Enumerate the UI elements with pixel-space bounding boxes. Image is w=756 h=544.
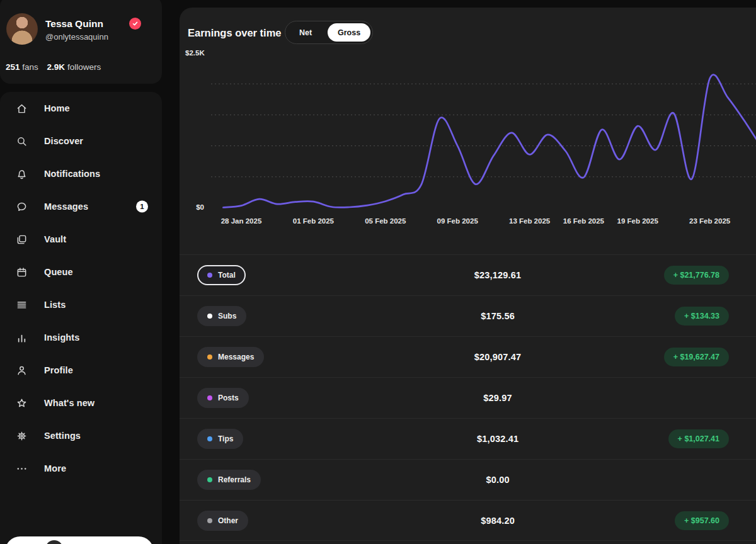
y-axis-max-label: $2.5K <box>185 49 205 57</box>
series-dot-icon <box>207 477 212 482</box>
profile-name: Tessa Quinn <box>45 18 103 30</box>
nav-list: Home Discover Notifications Messages 1 V… <box>0 92 162 485</box>
sidebar-item-queue[interactable]: Queue <box>0 256 162 288</box>
x-tick-label: 05 Feb 2025 <box>365 217 406 225</box>
series-pill[interactable]: Other <box>197 511 248 531</box>
x-tick-label: 13 Feb 2025 <box>509 217 550 225</box>
earnings-delta-badge: + $957.60 <box>675 511 729 530</box>
earnings-panel: Earnings over time Net Gross $2.5K $0 28… <box>180 8 756 544</box>
earnings-value: $20,907.47 <box>474 352 522 362</box>
earnings-value: $1,032.41 <box>477 434 518 444</box>
sidebar-item-notifications[interactable]: Notifications <box>0 157 162 190</box>
earnings-row-other: Other $984.20 + $957.60 <box>180 500 756 541</box>
fans-label: fans <box>22 62 38 72</box>
x-tick-label: 16 Feb 2025 <box>563 217 604 225</box>
followers-label: followers <box>67 62 101 72</box>
x-tick-label: 19 Feb 2025 <box>617 217 658 225</box>
series-dot-icon <box>207 273 212 278</box>
earnings-value: $0.00 <box>486 475 509 485</box>
sidebar-item-home[interactable]: Home <box>0 92 162 125</box>
earnings-row-total: Total $23,129.61 + $21,776.78 <box>180 254 756 295</box>
earnings-value: $175.56 <box>481 311 515 321</box>
unread-count-badge: 1 <box>136 201 148 213</box>
net-gross-toggle: Net Gross <box>285 21 373 44</box>
profile-card[interactable]: Tessa Quinn @onlytessaquinn 251 fans 2.9… <box>0 0 162 84</box>
earnings-row-tips: Tips $1,032.41 + $1,027.41 <box>180 418 756 459</box>
gridlines <box>211 84 756 177</box>
x-tick-label: 09 Feb 2025 <box>437 217 478 225</box>
earnings-row-subs: Subs $175.56 + $134.33 <box>180 295 756 336</box>
sidebar-item-label: Vault <box>44 234 66 244</box>
app: Tessa Quinn @onlytessaquinn 251 fans 2.9… <box>0 0 756 544</box>
series-label: Total <box>218 271 236 280</box>
more-icon <box>15 462 28 475</box>
vault-icon <box>15 233 28 246</box>
chart-canvas <box>180 60 756 225</box>
sidebar: Tessa Quinn @onlytessaquinn 251 fans 2.9… <box>0 0 163 544</box>
earnings-delta-badge: + $1,027.41 <box>668 429 729 448</box>
series-label: Subs <box>218 312 236 320</box>
series-label: Other <box>218 516 238 525</box>
fans-count: 251 <box>6 62 20 72</box>
gear-icon <box>15 429 28 443</box>
earnings-delta-badge: + $21,776.78 <box>664 266 729 285</box>
chart-title: Earnings over time <box>188 27 282 39</box>
earnings-value: $984.20 <box>481 516 515 526</box>
toggle-gross-button[interactable]: Gross <box>328 23 370 42</box>
series-pill[interactable]: Referrals <box>197 470 261 490</box>
x-tick-label: 01 Feb 2025 <box>293 217 334 225</box>
sidebar-item-label: Profile <box>44 365 73 375</box>
sidebar-item-settings[interactable]: Settings <box>0 419 162 452</box>
verified-badge-icon <box>129 18 141 30</box>
earnings-value: $23,129.61 <box>474 270 522 280</box>
series-label: Messages <box>218 353 254 361</box>
queue-icon <box>15 266 28 279</box>
series-label: Posts <box>218 394 239 402</box>
insights-icon <box>15 331 28 344</box>
sidebar-item-label: Queue <box>44 267 73 277</box>
sidebar-item-label: Insights <box>44 332 79 343</box>
x-tick-label: 23 Feb 2025 <box>689 217 730 225</box>
sidebar-item-label: Home <box>44 103 70 113</box>
profile-stats: 251 fans 2.9K followers <box>6 62 101 72</box>
series-pill[interactable]: Tips <box>197 429 243 449</box>
bell-icon <box>15 167 28 181</box>
earnings-row-referrals: Referrals $0.00 <box>180 459 756 500</box>
earnings-row-messages: Messages $20,907.47 + $19,627.47 <box>180 336 756 377</box>
series-pill[interactable]: Total <box>197 265 246 285</box>
series-pill[interactable]: Messages <box>197 347 264 367</box>
x-tick-label: 28 Jan 2025 <box>221 217 262 225</box>
sidebar-item-messages[interactable]: Messages 1 <box>0 190 162 223</box>
sidebar-item-insights[interactable]: Insights <box>0 321 162 354</box>
series-dot-icon <box>207 436 212 441</box>
sidebar-item-lists[interactable]: Lists <box>0 288 162 321</box>
sidebar-item-label: Settings <box>44 431 81 441</box>
avatar[interactable] <box>6 13 38 45</box>
sidebar-item-vault[interactable]: Vault <box>0 223 162 256</box>
sidebar-item-label: What's new <box>44 398 94 408</box>
series-pill[interactable]: Posts <box>197 388 249 408</box>
sidebar-item-discover[interactable]: Discover <box>0 125 162 157</box>
home-icon <box>15 102 28 115</box>
sidebar-item-more[interactable]: More <box>0 452 162 485</box>
profile-handle: @onlytessaquinn <box>45 32 108 42</box>
series-label: Tips <box>218 434 233 443</box>
sidebar-item-label: Lists <box>44 300 66 310</box>
series-dot-icon <box>207 314 212 319</box>
profile-icon <box>15 364 28 377</box>
toggle-net-button[interactable]: Net <box>285 21 326 43</box>
series-dot-icon <box>207 518 212 523</box>
star-icon <box>15 397 28 410</box>
sidebar-item-profile[interactable]: Profile <box>0 354 162 387</box>
sidebar-item-label: Messages <box>44 201 88 212</box>
search-icon <box>15 135 28 148</box>
series-pill[interactable]: Subs <box>197 306 246 326</box>
nav-card: Home Discover Notifications Messages 1 V… <box>0 92 162 544</box>
lists-icon <box>15 298 28 312</box>
series-label: Referrals <box>218 475 251 484</box>
new-post-button[interactable] <box>5 536 154 544</box>
sidebar-item-label: Discover <box>44 136 83 146</box>
earnings-delta-badge: + $134.33 <box>675 307 729 326</box>
series-dot-icon <box>207 354 212 360</box>
sidebar-item-what-s-new[interactable]: What's new <box>0 387 162 419</box>
